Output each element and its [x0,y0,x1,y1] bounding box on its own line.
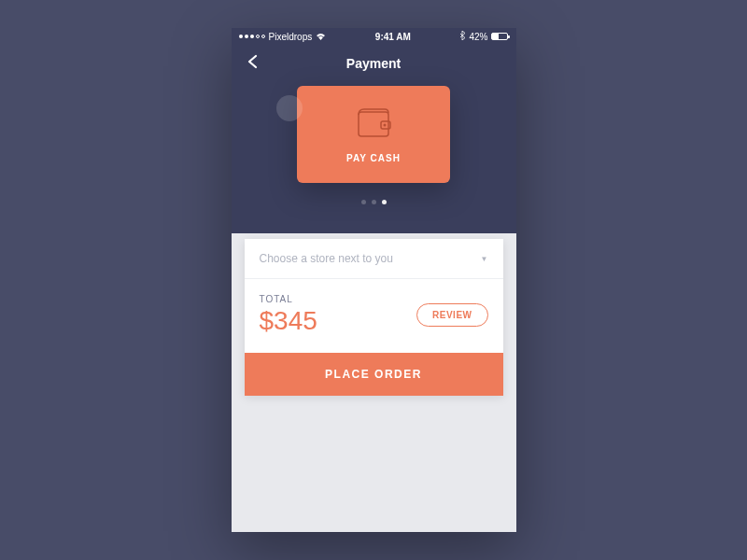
header-section: Pixeldrops 9:41 AM 42% [232,28,516,233]
status-right: 42% [459,31,508,42]
bluetooth-icon [459,31,465,42]
place-order-button[interactable]: PLACE ORDER [245,353,503,396]
total-amount: $345 [260,306,317,336]
battery-label: 42% [469,32,487,42]
total-label: TOTAL [260,294,317,304]
signal-icon [239,35,265,38]
carousel-pagination [232,200,516,204]
total-info: TOTAL $345 [260,294,317,336]
review-button[interactable]: REVIEW [416,303,487,327]
battery-icon [491,33,508,40]
order-card: Choose a store next to you ▼ TOTAL $345 … [245,239,503,396]
store-selector-placeholder: Choose a store next to you [260,252,393,265]
status-left: Pixeldrops [239,32,327,42]
nav-bar: Payment [232,45,516,82]
payment-card-label: PAY CASH [346,153,401,163]
chevron-down-icon: ▼ [481,255,488,263]
time-label: 9:41 AM [375,32,411,42]
status-bar: Pixeldrops 9:41 AM 42% [232,28,516,45]
phone-screen: Pixeldrops 9:41 AM 42% [232,28,516,532]
store-selector[interactable]: Choose a store next to you ▼ [245,239,503,279]
page-title: Payment [232,56,516,71]
pagination-dot-active[interactable] [382,200,387,204]
total-section: TOTAL $345 REVIEW [245,279,503,353]
pagination-dot[interactable] [361,200,366,204]
wifi-icon [316,32,326,42]
arrow-left-icon [245,53,261,70]
ripple-effect [276,95,303,121]
back-button[interactable] [245,53,261,74]
carrier-label: Pixeldrops [269,32,313,42]
svg-point-2 [384,123,387,126]
payment-method-card[interactable]: PAY CASH [297,86,450,183]
pagination-dot[interactable] [372,200,376,204]
wallet-icon [355,106,392,144]
